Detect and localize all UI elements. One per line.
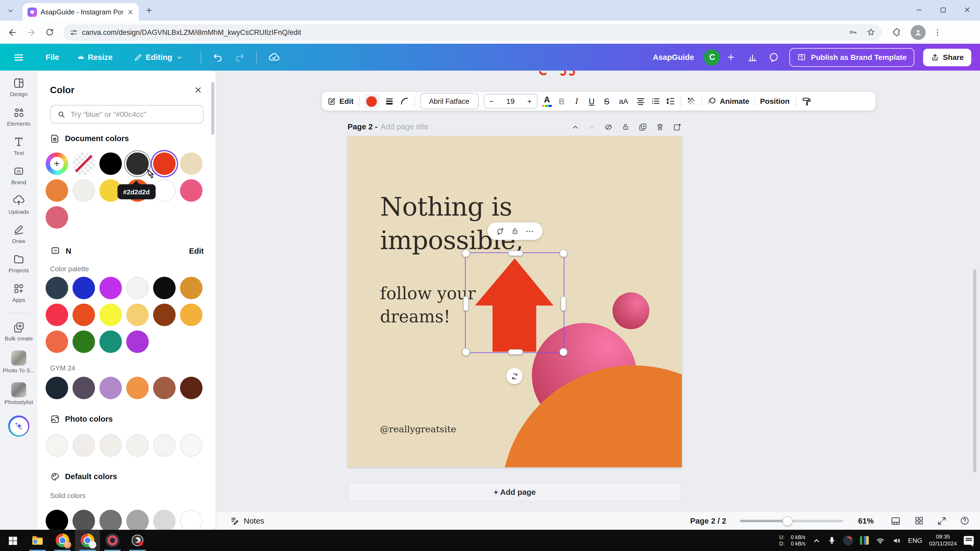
font-size-decrease[interactable]: − — [489, 97, 493, 106]
invite-plus-icon[interactable] — [727, 52, 736, 62]
sidebar-item-design[interactable]: Design — [2, 77, 36, 97]
back-icon[interactable] — [8, 27, 18, 37]
sidebar-item-projects[interactable]: Projects — [2, 253, 36, 274]
tab-close-icon[interactable] — [127, 8, 134, 16]
resize-handle-ne[interactable] — [560, 249, 568, 257]
redo-icon[interactable] — [234, 52, 245, 62]
social-handle-text[interactable]: @reallygreatsite — [380, 424, 456, 434]
language-indicator[interactable]: ENG — [908, 537, 922, 544]
color-swatch[interactable] — [99, 376, 122, 399]
add-page-icon[interactable] — [673, 122, 682, 132]
zoom-slider-thumb[interactable] — [783, 516, 792, 526]
bookmark-star-icon[interactable] — [866, 27, 876, 37]
user-avatar[interactable]: C — [704, 49, 720, 65]
reload-icon[interactable] — [45, 27, 54, 37]
more-options-icon[interactable] — [525, 227, 535, 236]
wifi-icon[interactable] — [876, 536, 885, 545]
brand-kit-row[interactable]: co N Edit — [50, 245, 204, 256]
help-icon[interactable] — [959, 515, 970, 526]
clock[interactable]: 09:35 02/11/2024 — [929, 534, 957, 547]
sidebar-item-photostylist[interactable]: Photostylist — [2, 382, 36, 405]
strikethrough-button[interactable]: S — [601, 97, 612, 106]
new-tab-icon[interactable] — [145, 6, 153, 14]
color-swatch[interactable] — [126, 277, 149, 299]
notes-button[interactable]: Notes — [230, 516, 264, 526]
resize-handle-e[interactable] — [561, 296, 566, 311]
extensions-icon[interactable] — [892, 27, 902, 37]
color-swatch[interactable] — [153, 434, 175, 456]
resize-handle-nw[interactable] — [462, 249, 470, 257]
color-swatch[interactable] — [126, 376, 149, 399]
panel-scrollbar[interactable] — [211, 82, 215, 135]
color-swatch[interactable] — [153, 376, 175, 399]
zoom-slider[interactable] — [740, 519, 843, 522]
color-swatch[interactable] — [153, 510, 175, 530]
position-button[interactable]: Position — [760, 97, 790, 106]
url-text[interactable]: canva.com/design/DAGVNLBxLZM/i8mMhM_kwyC… — [82, 29, 301, 36]
forward-icon[interactable] — [26, 27, 37, 37]
window-scrollbar[interactable] — [973, 269, 976, 472]
resize-handle-n[interactable] — [508, 251, 523, 256]
microphone-icon[interactable] — [827, 536, 836, 545]
color-swatch[interactable] — [126, 330, 149, 353]
no-color-swatch[interactable] — [72, 152, 95, 175]
color-swatch[interactable] — [180, 434, 202, 456]
address-bar[interactable]: canva.com/design/DAGVNLBxLZM/i8mMhM_kwyC… — [63, 24, 882, 40]
editing-mode-dropdown[interactable]: Editing — [127, 48, 189, 67]
obs-icon[interactable] — [125, 530, 150, 551]
sidebar-item-brand[interactable]: co Brand — [2, 165, 36, 186]
color-swatch[interactable] — [72, 330, 95, 353]
window-maximize-icon[interactable] — [939, 6, 947, 13]
move-page-up-icon[interactable] — [571, 123, 579, 131]
browser-tab[interactable]: AsapGuide - Instagram Post — [22, 3, 139, 21]
move-page-down-icon[interactable] — [587, 123, 596, 131]
chrome-profile2-icon[interactable] — [75, 530, 100, 551]
rotate-handle[interactable] — [506, 368, 522, 384]
color-swatch[interactable] — [99, 152, 122, 175]
home-menu-icon[interactable] — [13, 52, 24, 63]
color-swatch[interactable] — [99, 330, 122, 353]
window-close-icon[interactable] — [963, 6, 972, 14]
resize-handle-se[interactable] — [560, 348, 568, 356]
sidebar-item-elements[interactable]: Elements — [2, 106, 36, 127]
window-minimize-icon[interactable] — [915, 6, 923, 14]
text-case-button[interactable]: aA — [617, 97, 631, 106]
delete-page-icon[interactable] — [655, 122, 664, 131]
resize-handle-w[interactable] — [463, 296, 469, 311]
add-color-swatch[interactable] — [46, 152, 68, 175]
color-swatch[interactable] — [99, 277, 122, 299]
font-size-increase[interactable]: + — [527, 97, 531, 106]
color-swatch[interactable] — [46, 277, 68, 299]
color-swatch[interactable] — [180, 376, 202, 399]
color-swatch[interactable] — [46, 179, 68, 202]
design-page[interactable]: Nothing is impossible, follow your dream… — [347, 136, 682, 467]
transparency-icon[interactable] — [686, 96, 696, 106]
color-swatch[interactable] — [72, 179, 95, 202]
color-swatch[interactable] — [126, 510, 149, 530]
password-key-icon[interactable] — [848, 27, 858, 37]
resize-handle-s[interactable] — [508, 349, 523, 355]
zoom-percent[interactable]: 61% — [858, 516, 874, 525]
file-explorer-icon[interactable] — [25, 530, 50, 551]
chrome-profile1-icon[interactable] — [50, 530, 75, 551]
stroke-weight-icon[interactable] — [384, 96, 395, 106]
text-color-button[interactable]: A — [542, 96, 552, 107]
color-swatch[interactable] — [72, 277, 95, 299]
color-swatch[interactable] — [99, 434, 122, 456]
color-swatch[interactable] — [46, 330, 68, 353]
color-swatch[interactable] — [126, 304, 149, 326]
color-swatch[interactable] — [153, 152, 175, 175]
font-size-value[interactable]: 19 — [506, 97, 514, 106]
lock-page-icon[interactable] — [621, 122, 630, 131]
animate-button[interactable]: Animate — [707, 96, 749, 106]
notification-center-icon[interactable] — [964, 536, 974, 545]
color-swatch[interactable] — [46, 376, 68, 399]
file-menu[interactable]: File — [40, 48, 65, 67]
color-swatch[interactable] — [72, 376, 95, 399]
italic-button[interactable]: I — [572, 96, 582, 106]
color-swatch[interactable] — [46, 434, 68, 456]
color-swatch[interactable] — [180, 510, 202, 530]
gauge-tray-icon[interactable] — [843, 535, 853, 545]
panel-close-icon[interactable] — [194, 86, 203, 94]
sidebar-item-draw[interactable]: Draw — [2, 224, 36, 244]
